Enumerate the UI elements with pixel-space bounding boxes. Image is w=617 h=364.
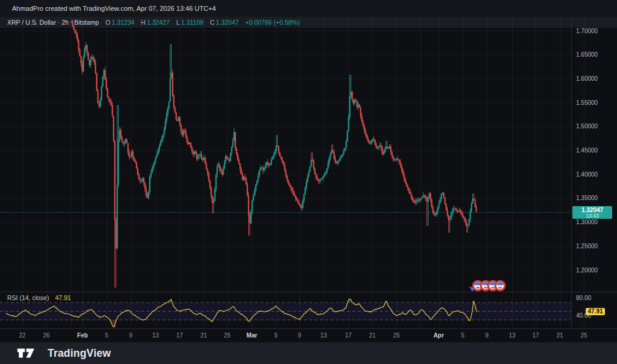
current-price-badge: 1.32047 13:43 xyxy=(572,206,612,219)
attribution-text: AhmadPro created with TradingView.com, A… xyxy=(12,5,216,12)
time-axis[interactable]: 2226Feb5913172125Mar5913172125Apr5913172… xyxy=(0,328,617,342)
price-tick-label: 1.45000 xyxy=(576,147,598,154)
price-tick-label: 1.50000 xyxy=(576,123,598,130)
close-value: 1.32047 xyxy=(216,19,239,26)
price-tick-label: 1.70000 xyxy=(576,28,598,34)
time-tick-label: 13 xyxy=(152,329,158,342)
price-tick-label: 1.20000 xyxy=(576,267,598,274)
time-tick-label: Apr xyxy=(433,329,443,342)
sticker-emoji-group[interactable] xyxy=(469,281,505,292)
chart-area[interactable]: 1.700001.650001.600001.550001.500001.450… xyxy=(0,17,617,328)
high-value: 1.32427 xyxy=(147,19,170,26)
price-tick-label: 1.30000 xyxy=(576,219,598,225)
close-label: C xyxy=(210,19,215,26)
time-tick-label: 22 xyxy=(19,329,25,342)
time-tick-label: 21 xyxy=(369,329,375,342)
footer-bar: TradingView xyxy=(0,342,617,364)
high-label: H xyxy=(141,19,146,26)
time-tick-label: 9 xyxy=(129,329,133,342)
time-tick-label: Mar xyxy=(246,329,257,342)
rsi-legend: RSI (14, close) 47.91 xyxy=(7,294,71,301)
low-label: L xyxy=(177,19,180,26)
time-tick-label: 26 xyxy=(43,329,49,342)
symbol-title: XRP / U.S. Dollar · 2h · Bitstamp xyxy=(7,19,99,26)
time-tick-label: 5 xyxy=(274,329,278,342)
chart-canvas[interactable]: 1.700001.650001.600001.550001.500001.450… xyxy=(0,17,617,328)
time-tick-label: 21 xyxy=(556,329,563,342)
low-value: 1.31109 xyxy=(181,19,203,26)
time-tick-label: 21 xyxy=(200,329,207,342)
price-tick-label: 1.25000 xyxy=(576,243,598,249)
time-tick-label: 5 xyxy=(105,329,108,342)
tradingview-snapshot: AhmadPro created with TradingView.com, A… xyxy=(0,0,617,364)
bar-countdown: 13:43 xyxy=(572,213,612,218)
change-value: +0.00766 (+0.58%) xyxy=(245,19,299,26)
tradingview-logo-icon xyxy=(17,347,40,359)
rsi-value-badge: 47.91 xyxy=(586,308,605,315)
attribution-bar: AhmadPro created with TradingView.com, A… xyxy=(0,0,617,17)
candlestick-series[interactable] xyxy=(72,19,477,287)
time-tick-label: 25 xyxy=(393,329,399,342)
time-tick-label: Feb xyxy=(77,329,88,342)
tradingview-wordmark: TradingView xyxy=(48,347,111,360)
open-label: O xyxy=(105,19,110,26)
time-tick-label: 25 xyxy=(224,329,230,342)
time-tick-label: 17 xyxy=(345,329,351,342)
time-tick-label: 9 xyxy=(298,329,301,342)
symbol-legend: XRP / U.S. Dollar · 2h · Bitstamp O1.312… xyxy=(7,19,301,26)
rsi-tick-label: 80.00 xyxy=(576,295,591,301)
rsi-title: RSI (14, close) xyxy=(7,294,49,301)
price-tick-label: 1.65000 xyxy=(576,51,598,58)
time-tick-label: 13 xyxy=(320,329,327,342)
time-tick-label: 5 xyxy=(461,329,465,342)
price-tick-label: 1.35000 xyxy=(576,195,598,201)
open-value: 1.31234 xyxy=(111,19,134,26)
price-tick-label: 1.55000 xyxy=(576,99,598,106)
price-axis[interactable]: 1.700001.650001.600001.550001.500001.450… xyxy=(576,28,598,319)
time-tick-label: 25 xyxy=(580,329,587,342)
time-tick-label: 17 xyxy=(532,329,539,342)
price-tick-label: 1.40000 xyxy=(576,171,598,178)
time-tick-label: 17 xyxy=(176,329,183,342)
time-tick-label: 13 xyxy=(509,329,515,342)
time-tick-label: 9 xyxy=(485,329,489,342)
rsi-pane[interactable] xyxy=(0,299,571,327)
price-tick-label: 1.60000 xyxy=(576,75,598,82)
rsi-last-value: 47.91 xyxy=(55,294,70,301)
